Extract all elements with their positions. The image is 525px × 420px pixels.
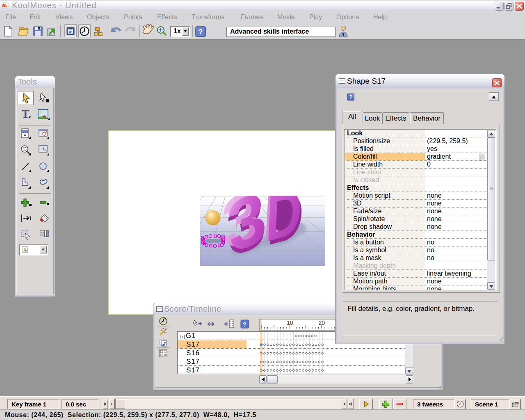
svg-text:3: 3	[224, 196, 270, 266]
svg-text:20: 20	[318, 320, 325, 326]
svg-text:D: D	[264, 196, 304, 256]
svg-text:?: ?	[242, 321, 246, 328]
svg-text:?: ?	[199, 28, 203, 36]
svg-text:10: 10	[287, 320, 293, 326]
svg-text:T: T	[22, 108, 30, 120]
